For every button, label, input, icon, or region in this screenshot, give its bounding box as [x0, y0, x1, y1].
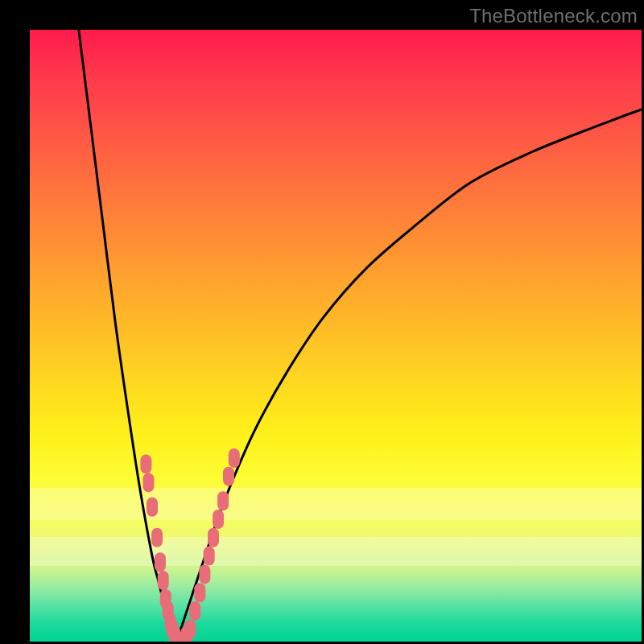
- marker-point: [204, 547, 215, 566]
- curve-left-arm: [79, 30, 177, 642]
- marker-point: [213, 510, 224, 529]
- marker-point: [184, 620, 196, 639]
- marker-point: [151, 528, 163, 547]
- marker-point: [217, 491, 229, 510]
- marker-point: [155, 552, 166, 572]
- marker-point: [194, 583, 205, 602]
- marker-point: [147, 497, 158, 517]
- curve-right-arm: [176, 109, 642, 642]
- marker-point: [140, 455, 151, 474]
- chart-stage: TheBottleneck.com: [0, 0, 644, 644]
- marker-point: [223, 467, 234, 486]
- marker-point: [158, 571, 169, 590]
- curve-layer: [30, 30, 642, 642]
- marker-point: [229, 448, 240, 468]
- marker-group: [140, 448, 239, 642]
- marker-point: [208, 528, 219, 547]
- curve-group: [79, 30, 642, 642]
- watermark-text: TheBottleneck.com: [469, 5, 638, 27]
- marker-point: [199, 564, 210, 584]
- marker-point: [189, 601, 200, 621]
- marker-point: [142, 473, 154, 492]
- plot-area: [30, 30, 642, 642]
